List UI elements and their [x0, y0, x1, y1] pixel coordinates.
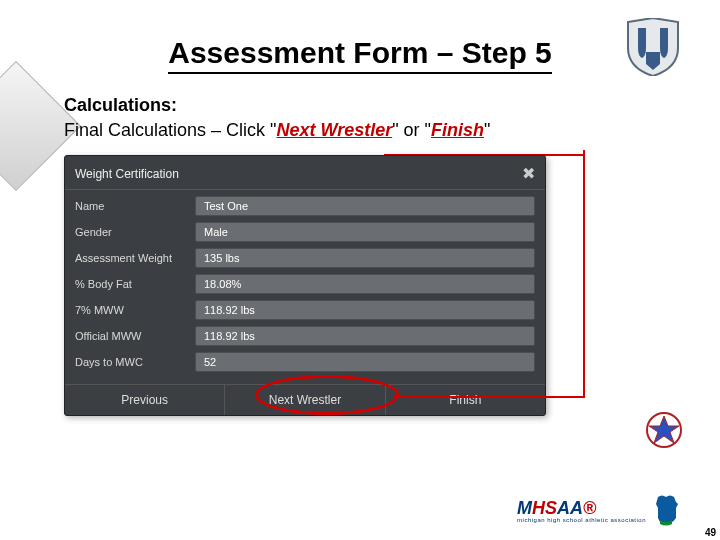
michigan-mitten-icon: [652, 494, 680, 526]
row-value: 18.08%: [195, 274, 535, 294]
instruction-line: Final Calculations – Click "Next Wrestle…: [64, 120, 656, 141]
star-icon: [646, 412, 682, 448]
mhsaa-logo: MHSAA® michigan high school athletic ass…: [517, 494, 680, 526]
emphasis-finish: Finish: [431, 120, 484, 140]
table-row: Days to MWC52: [75, 352, 535, 372]
row-value: Male: [195, 222, 535, 242]
logo-hs: HS: [532, 498, 557, 518]
lead-post: ": [484, 120, 490, 140]
callout-line: [393, 396, 585, 398]
section-subhead: Calculations:: [64, 95, 656, 116]
panel-rows: NameTest One GenderMale Assessment Weigh…: [65, 190, 545, 380]
weight-certification-panel: Weight Certification ✖ NameTest One Gend…: [64, 155, 546, 416]
button-bar: Previous Next Wrestler Finish: [65, 384, 545, 415]
row-value: 135 lbs: [195, 248, 535, 268]
lead-mid: " or ": [392, 120, 431, 140]
lead-pre: Final Calculations – Click ": [64, 120, 276, 140]
row-value: 52: [195, 352, 535, 372]
table-row: GenderMale: [75, 222, 535, 242]
page-title: Assessment Form – Step 5: [168, 36, 551, 74]
logo-text-block: MHSAA® michigan high school athletic ass…: [517, 498, 646, 523]
row-label: % Body Fat: [75, 278, 195, 290]
logo-wordmark: MHSAA®: [517, 498, 646, 519]
panel-title: Weight Certification: [75, 167, 179, 181]
table-row: NameTest One: [75, 196, 535, 216]
row-value: Test One: [195, 196, 535, 216]
row-label: Days to MWC: [75, 356, 195, 368]
row-label: Official MWW: [75, 330, 195, 342]
row-label: Assessment Weight: [75, 252, 195, 264]
table-row: Assessment Weight135 lbs: [75, 248, 535, 268]
emphasis-next-wrestler: Next Wrestler: [276, 120, 392, 140]
close-icon[interactable]: ✖: [522, 164, 535, 183]
table-row: 7% MWW118.92 lbs: [75, 300, 535, 320]
row-value: 118.92 lbs: [195, 300, 535, 320]
logo-subtitle: michigan high school athletic associatio…: [517, 517, 646, 523]
finish-button[interactable]: Finish: [386, 385, 545, 415]
row-value: 118.92 lbs: [195, 326, 535, 346]
logo-m: M: [517, 498, 532, 518]
table-row: % Body Fat18.08%: [75, 274, 535, 294]
shield-logo-icon: [626, 18, 680, 76]
row-label: 7% MWW: [75, 304, 195, 316]
callout-line: [583, 150, 585, 398]
title-row: Assessment Form – Step 5: [0, 18, 720, 74]
previous-button[interactable]: Previous: [65, 385, 225, 415]
row-label: Gender: [75, 226, 195, 238]
panel-header: Weight Certification ✖: [65, 156, 545, 190]
row-label: Name: [75, 200, 195, 212]
page-number: 49: [705, 527, 716, 538]
slide: Assessment Form – Step 5 Calculations: F…: [0, 0, 720, 540]
body: Calculations: Final Calculations – Click…: [64, 95, 656, 416]
logo-aa: AA: [557, 498, 583, 518]
next-wrestler-button[interactable]: Next Wrestler: [225, 385, 385, 415]
table-row: Official MWW118.92 lbs: [75, 326, 535, 346]
